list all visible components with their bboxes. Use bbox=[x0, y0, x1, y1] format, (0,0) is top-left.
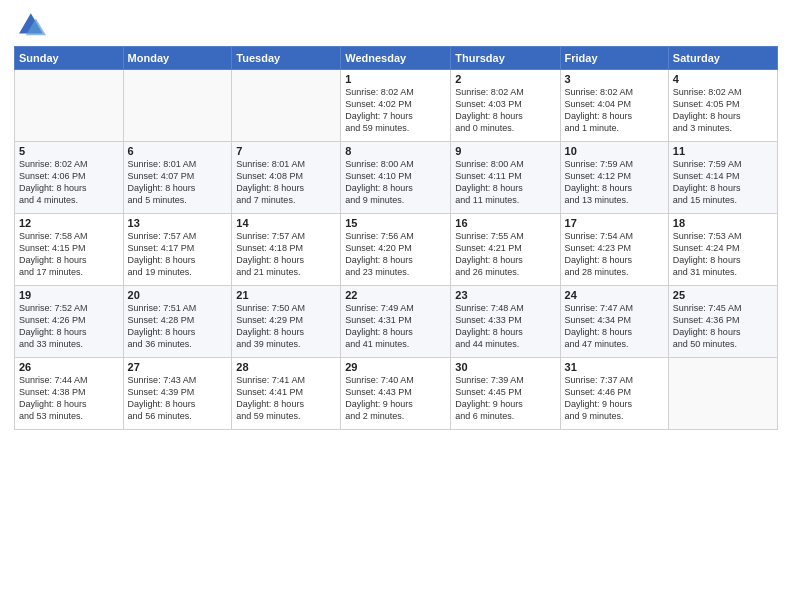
day-number: 30 bbox=[455, 361, 555, 373]
day-number: 5 bbox=[19, 145, 119, 157]
day-number: 10 bbox=[565, 145, 664, 157]
calendar-header: SundayMondayTuesdayWednesdayThursdayFrid… bbox=[15, 47, 778, 70]
day-number: 12 bbox=[19, 217, 119, 229]
cell-details: Sunrise: 8:02 AM Sunset: 4:06 PM Dayligh… bbox=[19, 158, 119, 207]
calendar-cell: 3Sunrise: 8:02 AM Sunset: 4:04 PM Daylig… bbox=[560, 70, 668, 142]
week-row-1: 1Sunrise: 8:02 AM Sunset: 4:02 PM Daylig… bbox=[15, 70, 778, 142]
day-number: 26 bbox=[19, 361, 119, 373]
day-number: 21 bbox=[236, 289, 336, 301]
calendar-body: 1Sunrise: 8:02 AM Sunset: 4:02 PM Daylig… bbox=[15, 70, 778, 430]
cell-details: Sunrise: 8:00 AM Sunset: 4:10 PM Dayligh… bbox=[345, 158, 446, 207]
calendar-cell bbox=[15, 70, 124, 142]
calendar-cell: 27Sunrise: 7:43 AM Sunset: 4:39 PM Dayli… bbox=[123, 358, 232, 430]
cell-details: Sunrise: 7:37 AM Sunset: 4:46 PM Dayligh… bbox=[565, 374, 664, 423]
calendar-cell: 29Sunrise: 7:40 AM Sunset: 4:43 PM Dayli… bbox=[341, 358, 451, 430]
cell-details: Sunrise: 7:59 AM Sunset: 4:14 PM Dayligh… bbox=[673, 158, 773, 207]
day-number: 31 bbox=[565, 361, 664, 373]
cell-details: Sunrise: 7:41 AM Sunset: 4:41 PM Dayligh… bbox=[236, 374, 336, 423]
cell-details: Sunrise: 7:55 AM Sunset: 4:21 PM Dayligh… bbox=[455, 230, 555, 279]
calendar-cell: 8Sunrise: 8:00 AM Sunset: 4:10 PM Daylig… bbox=[341, 142, 451, 214]
day-number: 16 bbox=[455, 217, 555, 229]
calendar-cell: 17Sunrise: 7:54 AM Sunset: 4:23 PM Dayli… bbox=[560, 214, 668, 286]
calendar-cell: 24Sunrise: 7:47 AM Sunset: 4:34 PM Dayli… bbox=[560, 286, 668, 358]
calendar-cell: 9Sunrise: 8:00 AM Sunset: 4:11 PM Daylig… bbox=[451, 142, 560, 214]
day-number: 23 bbox=[455, 289, 555, 301]
cell-details: Sunrise: 8:01 AM Sunset: 4:07 PM Dayligh… bbox=[128, 158, 228, 207]
cell-details: Sunrise: 8:00 AM Sunset: 4:11 PM Dayligh… bbox=[455, 158, 555, 207]
day-number: 9 bbox=[455, 145, 555, 157]
header bbox=[14, 10, 778, 42]
logo bbox=[14, 10, 50, 42]
calendar-cell bbox=[232, 70, 341, 142]
cell-details: Sunrise: 7:59 AM Sunset: 4:12 PM Dayligh… bbox=[565, 158, 664, 207]
day-number: 4 bbox=[673, 73, 773, 85]
calendar-cell: 13Sunrise: 7:57 AM Sunset: 4:17 PM Dayli… bbox=[123, 214, 232, 286]
week-row-2: 5Sunrise: 8:02 AM Sunset: 4:06 PM Daylig… bbox=[15, 142, 778, 214]
day-number: 3 bbox=[565, 73, 664, 85]
week-row-5: 26Sunrise: 7:44 AM Sunset: 4:38 PM Dayli… bbox=[15, 358, 778, 430]
calendar-cell: 15Sunrise: 7:56 AM Sunset: 4:20 PM Dayli… bbox=[341, 214, 451, 286]
calendar-cell: 22Sunrise: 7:49 AM Sunset: 4:31 PM Dayli… bbox=[341, 286, 451, 358]
calendar-cell: 30Sunrise: 7:39 AM Sunset: 4:45 PM Dayli… bbox=[451, 358, 560, 430]
calendar-cell: 5Sunrise: 8:02 AM Sunset: 4:06 PM Daylig… bbox=[15, 142, 124, 214]
day-number: 1 bbox=[345, 73, 446, 85]
cell-details: Sunrise: 8:01 AM Sunset: 4:08 PM Dayligh… bbox=[236, 158, 336, 207]
header-cell-monday: Monday bbox=[123, 47, 232, 70]
calendar-cell: 7Sunrise: 8:01 AM Sunset: 4:08 PM Daylig… bbox=[232, 142, 341, 214]
day-number: 20 bbox=[128, 289, 228, 301]
calendar-cell: 6Sunrise: 8:01 AM Sunset: 4:07 PM Daylig… bbox=[123, 142, 232, 214]
calendar-cell: 21Sunrise: 7:50 AM Sunset: 4:29 PM Dayli… bbox=[232, 286, 341, 358]
header-cell-tuesday: Tuesday bbox=[232, 47, 341, 70]
day-number: 18 bbox=[673, 217, 773, 229]
day-number: 11 bbox=[673, 145, 773, 157]
calendar-cell: 10Sunrise: 7:59 AM Sunset: 4:12 PM Dayli… bbox=[560, 142, 668, 214]
cell-details: Sunrise: 7:52 AM Sunset: 4:26 PM Dayligh… bbox=[19, 302, 119, 351]
day-number: 17 bbox=[565, 217, 664, 229]
calendar-cell: 1Sunrise: 8:02 AM Sunset: 4:02 PM Daylig… bbox=[341, 70, 451, 142]
day-number: 29 bbox=[345, 361, 446, 373]
week-row-4: 19Sunrise: 7:52 AM Sunset: 4:26 PM Dayli… bbox=[15, 286, 778, 358]
day-number: 27 bbox=[128, 361, 228, 373]
day-number: 19 bbox=[19, 289, 119, 301]
page: SundayMondayTuesdayWednesdayThursdayFrid… bbox=[0, 0, 792, 612]
week-row-3: 12Sunrise: 7:58 AM Sunset: 4:15 PM Dayli… bbox=[15, 214, 778, 286]
calendar-cell: 23Sunrise: 7:48 AM Sunset: 4:33 PM Dayli… bbox=[451, 286, 560, 358]
day-number: 22 bbox=[345, 289, 446, 301]
day-number: 15 bbox=[345, 217, 446, 229]
calendar-cell bbox=[123, 70, 232, 142]
day-number: 14 bbox=[236, 217, 336, 229]
cell-details: Sunrise: 8:02 AM Sunset: 4:04 PM Dayligh… bbox=[565, 86, 664, 135]
calendar-cell: 25Sunrise: 7:45 AM Sunset: 4:36 PM Dayli… bbox=[668, 286, 777, 358]
calendar-cell: 18Sunrise: 7:53 AM Sunset: 4:24 PM Dayli… bbox=[668, 214, 777, 286]
header-cell-friday: Friday bbox=[560, 47, 668, 70]
calendar-cell: 2Sunrise: 8:02 AM Sunset: 4:03 PM Daylig… bbox=[451, 70, 560, 142]
calendar-cell: 31Sunrise: 7:37 AM Sunset: 4:46 PM Dayli… bbox=[560, 358, 668, 430]
calendar-cell: 26Sunrise: 7:44 AM Sunset: 4:38 PM Dayli… bbox=[15, 358, 124, 430]
cell-details: Sunrise: 7:43 AM Sunset: 4:39 PM Dayligh… bbox=[128, 374, 228, 423]
cell-details: Sunrise: 7:57 AM Sunset: 4:17 PM Dayligh… bbox=[128, 230, 228, 279]
header-cell-wednesday: Wednesday bbox=[341, 47, 451, 70]
cell-details: Sunrise: 7:49 AM Sunset: 4:31 PM Dayligh… bbox=[345, 302, 446, 351]
header-cell-sunday: Sunday bbox=[15, 47, 124, 70]
day-number: 6 bbox=[128, 145, 228, 157]
cell-details: Sunrise: 7:44 AM Sunset: 4:38 PM Dayligh… bbox=[19, 374, 119, 423]
header-row: SundayMondayTuesdayWednesdayThursdayFrid… bbox=[15, 47, 778, 70]
cell-details: Sunrise: 7:45 AM Sunset: 4:36 PM Dayligh… bbox=[673, 302, 773, 351]
calendar-cell: 19Sunrise: 7:52 AM Sunset: 4:26 PM Dayli… bbox=[15, 286, 124, 358]
day-number: 8 bbox=[345, 145, 446, 157]
header-cell-thursday: Thursday bbox=[451, 47, 560, 70]
calendar-cell: 4Sunrise: 8:02 AM Sunset: 4:05 PM Daylig… bbox=[668, 70, 777, 142]
calendar-cell: 11Sunrise: 7:59 AM Sunset: 4:14 PM Dayli… bbox=[668, 142, 777, 214]
cell-details: Sunrise: 7:56 AM Sunset: 4:20 PM Dayligh… bbox=[345, 230, 446, 279]
cell-details: Sunrise: 7:39 AM Sunset: 4:45 PM Dayligh… bbox=[455, 374, 555, 423]
logo-icon bbox=[14, 10, 46, 42]
cell-details: Sunrise: 8:02 AM Sunset: 4:02 PM Dayligh… bbox=[345, 86, 446, 135]
cell-details: Sunrise: 7:47 AM Sunset: 4:34 PM Dayligh… bbox=[565, 302, 664, 351]
day-number: 25 bbox=[673, 289, 773, 301]
cell-details: Sunrise: 7:54 AM Sunset: 4:23 PM Dayligh… bbox=[565, 230, 664, 279]
day-number: 28 bbox=[236, 361, 336, 373]
day-number: 24 bbox=[565, 289, 664, 301]
calendar-cell: 28Sunrise: 7:41 AM Sunset: 4:41 PM Dayli… bbox=[232, 358, 341, 430]
calendar-cell: 20Sunrise: 7:51 AM Sunset: 4:28 PM Dayli… bbox=[123, 286, 232, 358]
cell-details: Sunrise: 8:02 AM Sunset: 4:03 PM Dayligh… bbox=[455, 86, 555, 135]
